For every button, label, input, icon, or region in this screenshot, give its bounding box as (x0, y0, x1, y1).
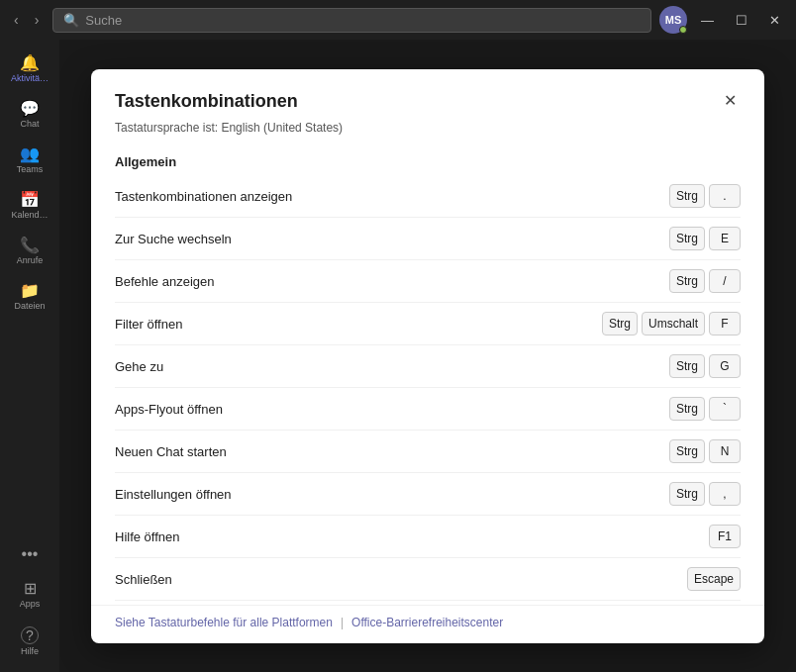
chat-icon: 💬 (20, 101, 40, 117)
sidebar-item-chat[interactable]: 💬 Chat (4, 93, 55, 137)
search-icon: 🔍 (63, 13, 79, 28)
key-badge: Strg (669, 354, 705, 378)
shortcut-keys: Escape (687, 567, 741, 591)
shortcut-label: Neuen Chat starten (115, 444, 227, 459)
search-bar[interactable]: 🔍 Suche (52, 8, 651, 33)
modal-body: Allgemein Tastenkombinationen anzeigenSt… (91, 146, 764, 601)
modal-header: Tastenkombinationen ✕ (91, 69, 764, 119)
key-badge: Strg (602, 312, 638, 336)
shortcut-row: Einstellungen öffnenStrg, (115, 473, 741, 516)
sidebar-label-anrufe: Anrufe (17, 255, 44, 265)
sidebar-item-teams[interactable]: 👥 Teams (4, 139, 55, 182)
shortcut-keys: F1 (709, 525, 741, 548)
key-badge: , (709, 482, 741, 506)
shortcut-label: Befehle anzeigen (115, 274, 214, 289)
section-heading-allgemein: Allgemein (115, 146, 741, 175)
dateien-icon: 📁 (20, 283, 40, 299)
shortcut-row: Tastenkombinationen anzeigenStrg. (115, 175, 741, 218)
sidebar-item-apps[interactable]: ⊞ Apps (4, 573, 55, 617)
sidebar-label-dateien: Dateien (14, 301, 45, 311)
footer-separator: | (341, 616, 344, 629)
key-badge: Strg (669, 184, 705, 208)
hilfe-icon: ? (21, 626, 39, 644)
sidebar-item-dateien[interactable]: 📁 Dateien (4, 275, 55, 319)
key-badge: G (709, 354, 741, 378)
modal-footer: Siehe Tastaturbefehle für alle Plattform… (91, 605, 764, 643)
sidebar-item-aktivit[interactable]: 🔔 Aktivitä… (4, 48, 55, 91)
shortcut-keys: StrgG (669, 354, 741, 378)
key-badge: Strg (669, 439, 705, 463)
shortcut-keys: Strg, (669, 482, 741, 506)
shortcut-keys: StrgE (669, 227, 741, 250)
anrufe-icon: 📞 (20, 238, 40, 253)
key-badge: Strg (669, 482, 705, 506)
shortcut-row: Neuen Chat startenStrgN (115, 431, 741, 473)
shortcut-row: Zur Suche wechselnStrgE (115, 218, 741, 260)
nav-buttons: ‹ › (8, 8, 45, 32)
sidebar-more-button[interactable]: ••• (14, 537, 47, 571)
forward-button[interactable]: › (29, 8, 46, 32)
footer-link-accessibility[interactable]: Office-Barrierefreiheitscenter (351, 616, 503, 629)
sidebar-label-apps: Apps (20, 599, 41, 609)
sidebar-label-hilfe: Hilfe (21, 646, 39, 656)
back-button[interactable]: ‹ (8, 8, 25, 32)
shortcut-keys: StrgUmschaltF (602, 312, 741, 336)
shortcut-row: Apps-Flyout öffnenStrg` (115, 388, 741, 431)
shortcut-label: Filter öffnen (115, 317, 182, 332)
shortcuts-modal: Tastenkombinationen ✕ Tastatursprache is… (91, 69, 764, 643)
sidebar-item-anrufe[interactable]: 📞 Anrufe (4, 230, 55, 273)
shortcut-row: SchließenEscape (115, 558, 741, 601)
shortcut-keys: Strg` (669, 397, 741, 421)
sidebar-label-chat: Chat (20, 119, 39, 129)
shortcut-label: Hilfe öffnen (115, 529, 180, 544)
shortcut-label: Tastenkombinationen anzeigen (115, 189, 292, 204)
footer-link-platforms[interactable]: Siehe Tastaturbefehle für alle Plattform… (115, 616, 333, 629)
shortcut-row: Filter öffnenStrgUmschaltF (115, 303, 741, 345)
main-content: Tastenkombinationen ✕ Tastatursprache is… (59, 40, 796, 672)
sidebar-item-hilfe[interactable]: ? Hilfe (4, 619, 55, 664)
kalend-icon: 📅 (20, 192, 40, 208)
shortcut-label: Einstellungen öffnen (115, 487, 232, 502)
key-badge: / (709, 269, 741, 293)
shortcut-label: Schließen (115, 572, 172, 587)
modal-subtitle: Tastatursprache ist: English (United Sta… (91, 119, 764, 146)
minimize-button[interactable]: — (693, 9, 722, 32)
shortcut-label: Zur Suche wechseln (115, 232, 232, 246)
key-badge: F1 (709, 525, 741, 548)
shortcut-label: Apps-Flyout öffnen (115, 402, 223, 417)
app-layout: 🔔 Aktivitä… 💬 Chat 👥 Teams 📅 Kalend… 📞 A… (0, 40, 796, 672)
sidebar-label-kalend: Kalend… (11, 210, 48, 220)
sidebar-label-aktivit: Aktivitä… (11, 73, 49, 83)
apps-icon: ⊞ (24, 581, 37, 597)
key-badge: ` (709, 397, 741, 421)
key-badge: E (709, 227, 741, 250)
title-bar: ‹ › 🔍 Suche MS — ☐ ✕ (0, 0, 796, 40)
aktivit-icon: 🔔 (20, 55, 40, 71)
key-badge: Escape (687, 567, 741, 591)
avatar-status-dot (679, 26, 687, 34)
key-badge: Strg (669, 269, 705, 293)
maximize-button[interactable]: ☐ (728, 9, 755, 32)
shortcut-keys: Strg. (669, 184, 741, 208)
modal-overlay: Tastenkombinationen ✕ Tastatursprache is… (59, 40, 796, 672)
search-placeholder: Suche (85, 13, 122, 28)
modal-title: Tastenkombinationen (115, 91, 298, 112)
key-badge: Strg (669, 397, 705, 421)
modal-close-button[interactable]: ✕ (720, 89, 741, 113)
close-window-button[interactable]: ✕ (761, 9, 788, 32)
shortcut-keys: Strg/ (669, 269, 741, 293)
sidebar-item-kalend[interactable]: 📅 Kalend… (4, 184, 55, 228)
key-badge: F (709, 312, 741, 336)
shortcut-keys: StrgN (669, 439, 741, 463)
shortcuts-list: Tastenkombinationen anzeigenStrg.Zur Suc… (115, 175, 741, 601)
key-badge: Umschalt (642, 312, 705, 336)
sidebar: 🔔 Aktivitä… 💬 Chat 👥 Teams 📅 Kalend… 📞 A… (0, 40, 59, 672)
shortcut-label: Gehe zu (115, 359, 163, 374)
shortcut-row: Gehe zuStrgG (115, 345, 741, 388)
title-bar-actions: MS — ☐ ✕ (659, 6, 788, 34)
avatar[interactable]: MS (659, 6, 687, 34)
key-badge: . (709, 184, 741, 208)
shortcut-row: Hilfe öffnenF1 (115, 516, 741, 558)
key-badge: N (709, 439, 741, 463)
teams-icon: 👥 (20, 146, 40, 162)
